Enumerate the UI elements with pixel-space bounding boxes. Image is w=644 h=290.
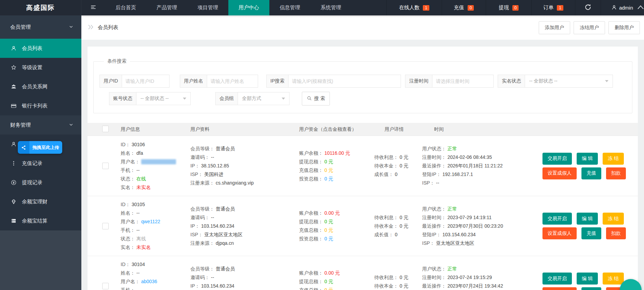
chevron-up-icon <box>636 4 644 11</box>
row-actions-cell: 交易开启 编 辑 冻 结 设置成假人 充值 扣款 <box>542 136 638 196</box>
user-name-field: 用户姓名 <box>180 75 258 88</box>
search-fieldset: 条件搜索 用户ID 用户姓名 IP搜索 注册时间 <box>93 58 632 113</box>
yen-circle-icon <box>10 179 17 186</box>
select-caret-icon <box>183 98 186 100</box>
nav-tab-user-center[interactable]: 用户中心 <box>228 0 269 15</box>
member-group-select[interactable]: 全部方式 <box>238 92 290 105</box>
username-link[interactable]: qwe1122 <box>141 219 160 224</box>
chevron-down-icon <box>68 24 74 30</box>
search-row-2: 账号状态 -- 全部状态 -- 会员组 全部方式 <box>97 92 627 105</box>
edit-button[interactable]: 编 辑 <box>577 153 598 165</box>
recharge-amount[interactable]: 0 元 <box>324 227 333 233</box>
recharge-button[interactable]: 充值 <box>581 167 601 179</box>
trade-toggle-button[interactable]: 交易开启 <box>542 153 572 165</box>
recharge-button[interactable]: 充值 <box>581 287 601 290</box>
user-detail-cell: 待收利息：0 元 待收本金：0 元 成长值：0 <box>374 196 422 256</box>
user-id-input[interactable] <box>122 75 170 88</box>
freeze-button[interactable]: 冻 结 <box>603 153 624 165</box>
stat-online-users[interactable]: 在线人数 1 <box>386 0 442 15</box>
search-button[interactable]: 搜 索 <box>302 92 330 105</box>
sidebar-section-finance[interactable]: 财务管理 <box>0 115 81 135</box>
stat-orders[interactable]: 订单 1 <box>531 0 575 15</box>
row-checkbox[interactable] <box>102 223 109 229</box>
stat-recharge[interactable]: 充值 0 <box>442 0 486 15</box>
withdraw-amount[interactable]: 0 元 <box>324 279 333 284</box>
account-status-select[interactable]: -- 全部状态 -- <box>136 92 191 105</box>
top-navbar: 高盛国际 后台首页 产品管理 项目管理 用户中心 信息管理 系统管理 在线人数 … <box>0 0 644 15</box>
select-all-checkbox[interactable] <box>102 126 109 132</box>
table-row: ID：30106 姓名：dfa 用户名： 手机：-- 状态：在线 实名：未实名 … <box>88 136 638 196</box>
user-funds-cell: 账户余额：0.00 元 提现总额：0 元 充值总额：0 元 投资总额： <box>299 256 374 290</box>
sidebar-item-member-list[interactable]: 会员列表 <box>0 39 81 58</box>
set-fake-button[interactable]: 设置成假人 <box>542 167 577 179</box>
deduct-button[interactable]: 扣款 <box>606 167 626 179</box>
recharge-count-badge: 0 <box>468 5 474 11</box>
nav-tab-system[interactable]: 系统管理 <box>310 0 351 15</box>
navbar-right: 在线人数 1 充值 0 提现 0 订单 1 <box>386 0 644 15</box>
select-caret-icon <box>605 80 608 82</box>
nav-tab-info[interactable]: 信息管理 <box>269 0 310 15</box>
admin-user-menu[interactable]: admin <box>601 0 644 15</box>
sidebar-item-yuebao-settle[interactable]: 余额宝结算 <box>0 211 81 230</box>
edit-button[interactable]: 编 辑 <box>577 273 598 285</box>
register-time-input[interactable] <box>432 75 494 88</box>
user-name-input[interactable] <box>207 75 258 88</box>
set-fake-button[interactable]: 设置成假人 <box>542 287 577 290</box>
recharge-amount[interactable]: 0 元 <box>324 287 333 290</box>
sidebar-item-member-network[interactable]: 会员关系网 <box>0 77 81 96</box>
hamburger-icon <box>90 4 97 12</box>
ip-search-input[interactable] <box>288 75 401 88</box>
sidebar-section-member[interactable]: 会员管理 <box>0 15 81 39</box>
username-link[interactable]: ab0036 <box>141 279 157 284</box>
sidebar-item-recharge-records[interactable]: 充值记录 <box>0 154 81 173</box>
refresh-button[interactable] <box>575 0 601 15</box>
freeze-user-button[interactable]: 冻结用户 <box>574 21 605 34</box>
row-checkbox[interactable] <box>102 283 109 289</box>
sidebar-toggle-button[interactable] <box>81 0 105 15</box>
refresh-icon <box>584 3 592 12</box>
withdraw-amount[interactable]: 0 元 <box>324 219 333 224</box>
deduct-button[interactable]: 扣款 <box>606 227 626 239</box>
drag-upload-text: 拖拽至此上传 <box>29 141 62 154</box>
sidebar-item-yuebao-invest[interactable]: 余额宝理财 <box>0 192 81 211</box>
page-actions: 添加用户 冻结用户 删除用户 <box>535 21 640 34</box>
user-funds-cell: 账户余额：10116.00 元 提现总额：0 元 充值总额：0 元 投资总额：0… <box>299 136 374 196</box>
nav-tab-products[interactable]: 产品管理 <box>146 0 187 15</box>
balance-amount[interactable]: 0.00 元 <box>324 270 340 276</box>
user-info-cell: ID：30105 姓名：-- 用户名：qwe1122 手机：-- 状态：离线 实… <box>121 196 190 256</box>
balance-amount[interactable]: 0.00 元 <box>324 210 340 216</box>
invest-amount[interactable]: 0 元 <box>324 236 333 241</box>
sidebar-item-level-settings[interactable]: 等级设置 <box>0 58 81 77</box>
nav-tab-projects[interactable]: 项目管理 <box>187 0 228 15</box>
stat-withdraw[interactable]: 提现 0 <box>486 0 531 15</box>
recharge-button[interactable]: 充值 <box>581 227 601 239</box>
edit-button[interactable]: 编 辑 <box>577 213 598 225</box>
freeze-button[interactable]: 冻 结 <box>603 213 624 225</box>
col-user-detail: 用户详情 <box>374 126 422 133</box>
stack-icon <box>10 218 17 224</box>
nav-tab-home[interactable]: 后台首页 <box>105 0 146 15</box>
recharge-amount[interactable]: 0 元 <box>324 167 333 173</box>
add-user-button[interactable]: 添加用户 <box>539 21 570 34</box>
admin-username: admin <box>619 5 633 11</box>
balance-amount[interactable]: 10116.00 元 <box>324 150 350 156</box>
delete-user-button[interactable]: 删除用户 <box>608 21 640 34</box>
order-count-badge: 1 <box>557 5 563 11</box>
sidebar-item-bank-cards[interactable]: 银行卡列表 <box>0 96 81 115</box>
user-icon <box>10 45 17 51</box>
row-checkbox[interactable] <box>102 163 109 169</box>
search-row-1: 用户ID 用户姓名 IP搜索 注册时间 <box>97 75 627 88</box>
trade-toggle-button[interactable]: 交易开启 <box>542 273 572 285</box>
invest-amount[interactable]: 0 元 <box>324 176 333 181</box>
set-fake-button[interactable]: 设置成假人 <box>542 227 577 239</box>
sidebar-item-withdraw-records[interactable]: 提现记录 <box>0 173 81 192</box>
realname-status-select[interactable]: -- 全部状态 -- <box>525 75 613 88</box>
trade-toggle-button[interactable]: 交易开启 <box>542 213 572 225</box>
freeze-button[interactable]: 冻 结 <box>603 273 624 285</box>
content-panel: 条件搜索 用户ID 用户姓名 IP搜索 注册时间 <box>88 47 638 290</box>
withdraw-amount[interactable]: 0 元 <box>324 159 333 164</box>
user-profile-cell: 会员等级：普通会员 邀请码：-- IP：103.154.60.234 ISP：亚… <box>190 196 299 256</box>
table-row: ID：30105 姓名：-- 用户名：qwe1122 手机：-- 状态：离线 实… <box>88 196 638 256</box>
username-redacted <box>141 159 176 164</box>
search-icon <box>307 96 312 102</box>
